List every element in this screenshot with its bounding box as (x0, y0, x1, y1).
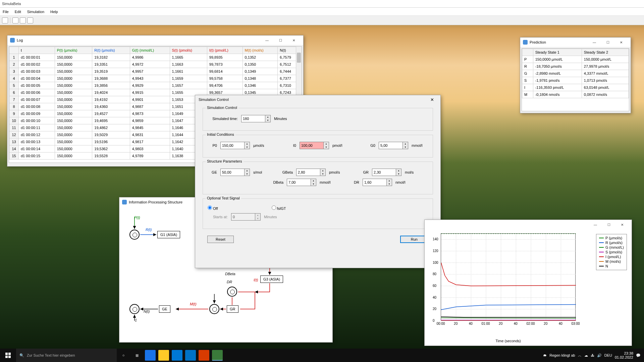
minimize-icon[interactable]: — (588, 38, 601, 47)
chevron-up-icon[interactable]: ︿ (578, 353, 582, 358)
simulated-time-input[interactable]: ▲▼ (241, 115, 271, 122)
g0-label: G0 (366, 143, 375, 147)
startsat-label: Starts at: (208, 215, 228, 219)
chart-window[interactable]: — ☐ ✕ P (µmol/s)R (µmol/s)G (mmol/L)S (p… (424, 220, 632, 346)
log-title-text: Log (17, 38, 23, 42)
close-icon[interactable]: ✕ (427, 97, 437, 102)
prediction-window[interactable]: Prediction — ☐ ✕ Steady State 1Steady St… (520, 37, 631, 113)
structure-parameters-group: Structure Parameters GE ▲▼ s/mol GBeta ▲… (203, 162, 433, 194)
prediction-grid: Steady State 1Steady State 2P150,0000 µm… (522, 48, 629, 111)
menu-help[interactable]: Help (48, 9, 61, 15)
window-icon (122, 200, 127, 204)
edge-icon[interactable] (145, 350, 156, 361)
simulated-time-label: Simulated time: (208, 117, 238, 121)
i0-label: I0 (287, 143, 296, 147)
onedrive-icon[interactable]: ☁ (584, 353, 588, 358)
gr-input[interactable]: ▲▼ (372, 169, 401, 176)
app-titlebar: SimulaBeta (0, 0, 644, 8)
save-icon[interactable] (20, 17, 26, 23)
open-icon[interactable] (12, 17, 18, 23)
menu-edit[interactable]: Edit (12, 9, 24, 15)
explorer-icon[interactable] (158, 350, 169, 361)
volume-icon[interactable]: 🔊 (597, 353, 602, 358)
minimize-icon[interactable]: — (589, 220, 602, 229)
unit: mmol/l (320, 180, 336, 184)
close-icon[interactable]: ✕ (615, 220, 629, 229)
clock[interactable]: 23:38 01.02.2022 (615, 351, 633, 359)
gbeta-label: GBeta (280, 170, 293, 174)
maximize-icon[interactable]: ☐ (602, 220, 615, 229)
menu-file[interactable]: File (0, 9, 11, 15)
mail-icon[interactable] (185, 350, 196, 361)
unit: mmol/l (412, 143, 428, 147)
weather-text: Regen klingt ab (549, 353, 575, 357)
new-icon[interactable] (2, 17, 8, 23)
dbeta-input[interactable]: ▲▼ (287, 179, 316, 186)
chart-legend: P (µmol/s)R (µmol/s)G (mmol/L)S (pmol/s)… (596, 234, 627, 270)
dr-label: DR (350, 180, 359, 184)
group-title: Initial Conditions (206, 132, 235, 136)
unit: nmol/l (395, 180, 412, 184)
start-button[interactable] (0, 349, 16, 362)
taskview-icon[interactable]: ⊞ (131, 350, 142, 361)
gr-label: GR (359, 170, 369, 174)
app-title: SimulaBeta (2, 2, 21, 6)
simulation-control-window[interactable]: Simulation Control ✕ Simulation Control … (195, 95, 441, 268)
search-icon: 🔍 (19, 353, 24, 358)
off-radio[interactable]: Off (208, 205, 218, 210)
sim-title-text: Simulation Control (199, 98, 229, 102)
p0-input[interactable]: ▲▼ (220, 142, 250, 149)
maximize-icon[interactable]: ☐ (274, 36, 287, 45)
store-icon[interactable] (172, 350, 182, 361)
group-title: Optional Test Signal (206, 196, 241, 200)
startsat-input[interactable]: ▲▼ (231, 213, 261, 221)
simulabeta-icon[interactable] (212, 350, 223, 361)
svg-rect-29 (5, 356, 8, 358)
i0-input[interactable]: ▲▼ (300, 142, 329, 149)
search-input[interactable]: 🔍 Zur Suche Text hier eingeben (16, 349, 117, 362)
toolbar (0, 16, 644, 25)
unit: pmol/s (329, 170, 346, 174)
unit: Minutes (264, 215, 281, 219)
initial-conditions-group: Initial Conditions P0 ▲▼ µmol/s I0 ▲▼ pm… (203, 135, 433, 158)
notifications-icon[interactable]: 💬 (636, 353, 641, 358)
unit: s/mol (253, 170, 270, 174)
unit: µmol/s (253, 143, 270, 147)
language-icon[interactable]: DEU (604, 353, 612, 357)
prediction-title-text: Prediction (530, 40, 546, 44)
g0-input[interactable]: ▲▼ (379, 142, 408, 149)
svg-rect-27 (5, 353, 8, 355)
svg-rect-28 (8, 353, 11, 355)
prediction-title[interactable]: Prediction — ☐ ✕ (520, 38, 631, 47)
x-axis-label: Time (seconds) (441, 339, 576, 343)
office-icon[interactable] (199, 350, 209, 361)
window-icon (10, 38, 15, 43)
gbeta-input[interactable]: ▲▼ (296, 169, 326, 176)
group-title: Structure Parameters (206, 159, 244, 163)
minutes-unit: Minutes (274, 117, 291, 121)
system-tray[interactable]: 🌧 Regen klingt ab ︿ ☁ 🖧 🔊 DEU 23:38 01.0… (540, 351, 644, 359)
dbeta-label: DBeta (271, 180, 283, 184)
chart-icon[interactable] (27, 17, 33, 23)
close-icon[interactable]: ✕ (287, 36, 301, 45)
minimize-icon[interactable]: — (260, 36, 274, 45)
close-icon[interactable]: ✕ (614, 38, 628, 47)
test-signal-group: Optional Test Signal Off fsIGT Starts at… (203, 198, 433, 229)
p0-label: P0 (208, 143, 217, 147)
menu-simulation[interactable]: Simulation (24, 9, 47, 15)
cortana-icon[interactable]: ○ (118, 350, 129, 361)
ips-title-text: Information Processing Structure (129, 200, 182, 204)
network-icon[interactable]: 🖧 (591, 353, 594, 357)
log-title[interactable]: Log — ☐ ✕ (7, 36, 303, 45)
sim-title[interactable]: Simulation Control ✕ (195, 95, 440, 104)
fsigt-radio[interactable]: fsIGT (272, 205, 286, 210)
dr-input[interactable]: ▲▼ (363, 179, 392, 186)
group-title: Simulation Control (206, 106, 238, 110)
chart-title[interactable]: — ☐ ✕ (425, 220, 632, 229)
sim-control-group: Simulation Control Simulated time: ▲▼ Mi… (203, 108, 433, 131)
weather-icon[interactable]: 🌧 (543, 353, 547, 357)
reset-button[interactable]: Reset (207, 236, 234, 243)
maximize-icon[interactable]: ☐ (601, 38, 614, 47)
unit: mol/s (405, 170, 422, 174)
ge-input[interactable]: ▲▼ (220, 169, 250, 176)
